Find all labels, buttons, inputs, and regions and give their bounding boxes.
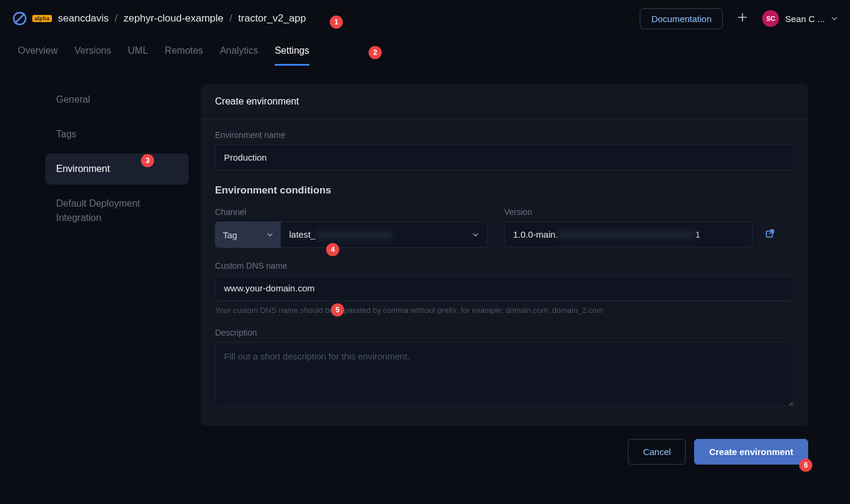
description-textarea[interactable]	[215, 342, 794, 407]
chevron-down-icon	[831, 15, 838, 22]
svg-line-1	[15, 14, 24, 23]
tab-overview[interactable]: Overview	[18, 37, 58, 66]
tab-remotes[interactable]: Remotes	[165, 37, 203, 66]
create-environment-button[interactable]: Create environment	[694, 439, 808, 465]
env-name-label: Environment name	[215, 130, 794, 140]
logo-group: alpha	[12, 11, 52, 26]
breadcrumb-app[interactable]: tractor_v2_app	[238, 13, 306, 24]
version-label: Version	[504, 207, 775, 217]
logo-icon	[12, 11, 27, 26]
env-name-input[interactable]	[215, 145, 794, 170]
description-label: Description	[215, 328, 794, 337]
plus-icon	[737, 12, 748, 23]
footer-actions: Cancel Create environment	[0, 426, 850, 465]
top-bar: alpha seancdavis / zephyr-cloud-example …	[0, 0, 850, 37]
add-button[interactable]	[732, 8, 753, 29]
external-link-icon[interactable]	[765, 228, 775, 241]
dns-label: Custom DNS name	[215, 261, 794, 271]
caret-down-icon	[267, 233, 273, 236]
breadcrumb-separator: /	[229, 13, 232, 24]
channel-value-prefix: latest_	[289, 229, 315, 239]
version-value-prefix: 1.0.0-main.	[513, 229, 558, 239]
channel-type-select[interactable]: Tag	[215, 222, 281, 248]
sidebar-item-default-deployment[interactable]: Default Deployment Integration	[45, 188, 189, 233]
settings-sidebar: General Tags Environment Default Deploym…	[0, 84, 201, 426]
sidebar-item-general[interactable]: General	[45, 84, 189, 115]
breadcrumb-project[interactable]: zephyr-cloud-example	[124, 13, 223, 24]
caret-down-icon	[472, 233, 478, 236]
content-panel: Create environment Environment name Envi…	[201, 84, 808, 426]
version-value-suffix: 1	[695, 229, 700, 239]
breadcrumb-org[interactable]: seancdavis	[58, 13, 109, 24]
breadcrumb-separator: /	[115, 13, 118, 24]
breadcrumbs: seancdavis / zephyr-cloud-example / trac…	[58, 13, 306, 24]
user-name: Sean C ...	[785, 14, 825, 24]
avatar: SC	[762, 10, 779, 27]
conditions-heading: Environment conditions	[215, 185, 794, 196]
redacted-text	[558, 230, 695, 239]
alpha-badge: alpha	[32, 15, 52, 22]
callout-3: 3	[141, 154, 154, 167]
channel-value-select[interactable]: latest_	[281, 222, 487, 248]
tab-settings[interactable]: Settings	[275, 37, 309, 66]
callout-4: 4	[326, 243, 339, 256]
callout-1: 1	[330, 16, 343, 29]
redacted-text	[315, 231, 393, 240]
user-menu[interactable]: SC Sean C ...	[762, 10, 838, 27]
dns-helper-text: Your custom DNS name should be separated…	[215, 306, 794, 315]
dns-input[interactable]	[215, 275, 794, 301]
callout-6: 6	[799, 459, 812, 472]
cancel-button[interactable]: Cancel	[628, 439, 686, 465]
tab-uml[interactable]: UML	[128, 37, 148, 66]
channel-type-value: Tag	[223, 230, 237, 240]
main-area: General Tags Environment Default Deploym…	[0, 66, 850, 426]
svg-line-5	[769, 230, 774, 234]
version-input[interactable]: 1.0.0-main.1	[504, 222, 753, 247]
channel-label: Channel	[215, 207, 487, 217]
documentation-button[interactable]: Documentation	[640, 8, 723, 29]
callout-5: 5	[331, 303, 344, 316]
topbar-right: Documentation SC Sean C ...	[640, 8, 838, 29]
callout-2: 2	[369, 46, 382, 59]
tab-versions[interactable]: Versions	[75, 37, 111, 66]
panel-title: Create environment	[201, 84, 808, 119]
tab-nav: Overview Versions UML Remotes Analytics …	[0, 37, 850, 66]
tab-analytics[interactable]: Analytics	[220, 37, 258, 66]
sidebar-item-tags[interactable]: Tags	[45, 119, 189, 150]
sidebar-item-environment[interactable]: Environment	[45, 153, 189, 185]
